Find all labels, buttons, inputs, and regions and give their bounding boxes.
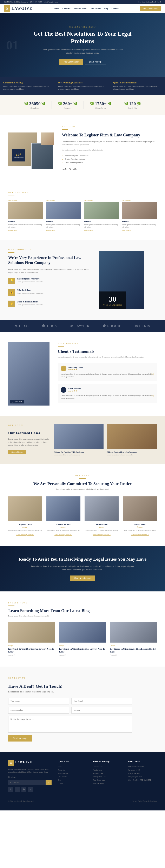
hero-learn-button[interactable]: Learn More ▶ (85, 59, 106, 65)
quick-link-6[interactable]: Contact (58, 782, 87, 785)
about-list: Premium Register Law solution Trusted Fi… (62, 154, 157, 164)
test-phone: (123) 456-7890 (10, 400, 24, 403)
nav-blog[interactable]: Blog (104, 7, 108, 10)
play-icon: ▶ (100, 61, 102, 63)
team-role-3: Attorney (85, 526, 119, 528)
service-card-1: Our Services Service Lorem ipsum dolor s… (8, 199, 43, 232)
experience-badge: 25+ Year's Experience (12, 149, 25, 161)
about-list-item-2: Trusted Firm Law partners (62, 157, 157, 161)
service-offering-1[interactable]: Criminal Law (93, 765, 122, 768)
testimonials-image: (123) 456-7890 (8, 342, 49, 406)
quick-link-1[interactable]: Home (58, 765, 87, 768)
blog-tag-3: Lawyer (110, 645, 157, 647)
service-link-1[interactable]: Read More > (8, 230, 17, 231)
service-link-4[interactable]: Read More > (122, 230, 131, 231)
office-address: 1234 St Clarafield 12 (128, 765, 157, 768)
team-name-3: Richard Paul (85, 523, 119, 526)
service-tag-1: Our Services (8, 199, 43, 202)
about-accent-image (41, 132, 54, 145)
blog-card-2: Lawyer Key Trends In Client Service That… (59, 622, 106, 656)
stat-clients-number: 1750+ (95, 101, 107, 106)
nav-cases[interactable]: Case Studies (90, 7, 101, 10)
why-item-desc-2: Lorem ipsum dolor sit amet consectetur. (17, 292, 44, 295)
team-link-4[interactable]: View Attorney Profile > (123, 533, 157, 535)
email-text: info@lawgive.com (44, 1, 58, 3)
logo: ⚖ LAWGIVE (4, 5, 32, 11)
logo-text: LAWGIVE (11, 6, 32, 11)
services-tag: Our Services (8, 191, 157, 193)
reviewer-2-name: Aiden Stewart (68, 388, 81, 390)
newsletter-submit-button[interactable]: → (46, 780, 51, 785)
service-offering-3[interactable]: Business Law (93, 772, 122, 775)
stat-cases: 🌿 36050 🌿 Cases Done (18, 101, 52, 109)
instagram-icon[interactable]: ig (28, 787, 33, 792)
twitter-icon[interactable]: t (15, 787, 20, 792)
about-tag: About Us (62, 126, 157, 128)
service-offering-2[interactable]: Family Law (93, 768, 122, 772)
contact-submit-button[interactable]: Send Message (8, 735, 32, 742)
service-offering-5[interactable]: Real Estate Law (93, 778, 122, 782)
contact-tag: Contact Us (8, 677, 157, 679)
feature-guarantee-text: Lorem ipsum dolor sit amet consectetur a… (58, 85, 107, 91)
stat-attorneys: 🌿 260+ 🌿 Attorneys (52, 101, 84, 109)
stat-cases-label: Cases Done (24, 107, 45, 109)
why-item-1: 💡 Knowledgeable Attorneys Lorem ipsum do… (8, 278, 91, 287)
service-link-2[interactable]: Read More > (46, 230, 55, 231)
contact-phone-field[interactable] (8, 707, 69, 714)
service-desc-3: Lorem ipsum dolor sit amet consectetur a… (84, 224, 119, 228)
nav-links: Home About Us Practice Areas Case Studie… (54, 7, 119, 10)
why-desc: Lorem ipsum dolor sit amet consectetur a… (8, 268, 91, 274)
team-grid: Stephen Larry Attorney Lorem ipsum dolor… (8, 496, 157, 535)
contact-message-field[interactable] (8, 716, 132, 733)
quick-link-2[interactable]: About Us (58, 768, 87, 772)
linkedin-icon[interactable]: in (22, 787, 27, 792)
blog-date-1: August 15 (8, 654, 55, 656)
blog-title-3: Key Trends In Client Service Than Lawyer… (110, 648, 157, 653)
team-link-1[interactable]: View Attorney Profile > (8, 533, 42, 535)
quick-link-3[interactable]: Practice Areas (58, 772, 87, 775)
cases-cta-button[interactable]: View All Cases (8, 450, 26, 455)
logo-icon: ⚖ (4, 5, 10, 11)
knowledge-icon: 💡 (8, 278, 15, 284)
contact-name-field[interactable] (8, 698, 69, 705)
stat-clients: 🌿 1750+ 🌿 Clients Served (84, 101, 118, 109)
privacy-text[interactable]: Privacy Policy | Terms & Conditions (132, 800, 157, 802)
service-link-3[interactable]: Read More > (84, 230, 93, 231)
service-offering-6[interactable]: Personal Injury (93, 782, 122, 785)
case-desc-2: Lorem ipsum dolor sit amet consectetur. (107, 454, 157, 456)
head-office-title: Head Office (128, 760, 157, 763)
case-card-1: Chicago Car Accident With Syndrome Lorem… (54, 424, 104, 456)
blog-grid: Lawyer Key Trends In Client Service That… (8, 622, 157, 656)
cases-grid: Chicago Car Accident With Syndrome Lorem… (54, 424, 157, 456)
service-title-1: Service (8, 220, 43, 223)
about-section: 25+ Year's Experience About Us Welcome T… (0, 115, 165, 183)
contact-email-field[interactable] (71, 698, 132, 705)
hero-cta-button[interactable]: Free Consultation (59, 59, 83, 65)
office-phone: (010) 456-7890 (128, 772, 157, 775)
laurel-icon: 🌿 36050 🌿 (24, 101, 45, 106)
nav-contact[interactable]: Contact (112, 7, 119, 10)
case-title-1: Chicago Car Accident With Syndrome (54, 451, 104, 453)
contact-title: Have A Deal? Get In Touch! (8, 684, 157, 689)
service-image-1 (8, 202, 43, 219)
social-icons: f t in ig (8, 787, 51, 792)
facebook-icon[interactable]: f (8, 787, 13, 792)
team-link-3[interactable]: View Attorney Profile > (85, 533, 119, 535)
quick-link-5[interactable]: Blog (58, 778, 87, 782)
quick-link-4[interactable]: Case Studies (58, 775, 87, 778)
nav-home[interactable]: Home (54, 7, 59, 10)
cases-left: Our Cases Our Featured Cases Lorem ipsum… (8, 424, 49, 455)
newsletter-form: → (8, 780, 51, 785)
nav-about[interactable]: About Us (62, 7, 70, 10)
newsletter-input[interactable] (8, 780, 46, 785)
navbar: ⚖ LAWGIVE Home About Us Practice Areas C… (0, 4, 165, 13)
nav-practice[interactable]: Practice Areas (74, 7, 87, 10)
nav-consultation-button[interactable]: Get Consultation (140, 6, 161, 11)
cta-button[interactable]: Make Appointment (70, 576, 95, 581)
reviewer-2-info: Aiden Stewart ★★★★★ (68, 388, 81, 392)
review-1-text: Lorem ipsum dolor sit amet consectetur a… (60, 373, 154, 378)
team-link-2[interactable]: View Attorney Profile > (46, 533, 80, 535)
service-offering-4[interactable]: Immigration Law (93, 775, 122, 778)
contact-subject-field[interactable] (71, 707, 132, 714)
blog-desc: Lorem ipsum dolor sit amet consectetur a… (8, 615, 157, 617)
